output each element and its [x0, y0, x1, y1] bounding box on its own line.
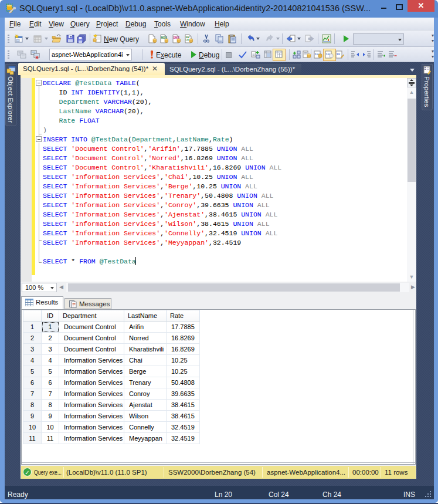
- svg-text:LA: LA: [186, 38, 189, 41]
- svg-text:10: 10: [315, 52, 319, 56]
- svg-text:10: 10: [326, 52, 330, 56]
- svg-text:10: 10: [337, 52, 341, 56]
